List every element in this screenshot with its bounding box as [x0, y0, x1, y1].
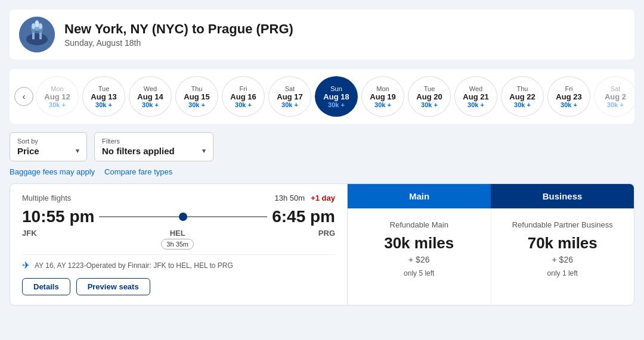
fare-fee-1: + $26 — [501, 255, 625, 264]
date-date-12: Aug 2 — [605, 92, 626, 101]
svg-point-1 — [26, 33, 48, 45]
date-price-11: 30k + — [561, 101, 577, 108]
date-day-12: Sat — [611, 85, 621, 92]
stop-info: HEL 3h 35m — [161, 229, 194, 249]
date-item-1[interactable]: Tue Aug 13 30k + — [82, 76, 125, 117]
date-day-4: Fri — [240, 85, 247, 92]
main-content: Multiple flights 13h 50m +1 day 10:55 pm… — [10, 183, 634, 305]
airline-text: AY 16, AY 1223-Operated by Finnair: JFK … — [35, 261, 233, 270]
date-price-8: 30k + — [421, 101, 438, 108]
chevron-left-icon: ‹ — [23, 92, 26, 101]
date-price-4: 30k + — [235, 101, 252, 108]
date-item-10[interactable]: Thu Aug 22 30k + — [501, 76, 544, 117]
airline-info: ✈ AY 16, AY 1223-Operated by Finnair: JF… — [22, 254, 335, 271]
date-price-6: 30k + — [328, 101, 345, 108]
date-item-4[interactable]: Fri Aug 16 30k + — [222, 76, 265, 117]
origin-airport: JFK — [22, 229, 37, 249]
date-price-7: 30k + — [374, 101, 391, 108]
date-price-10: 30k + — [514, 101, 531, 108]
date-price-1: 30k + — [95, 101, 112, 108]
sort-value-row: Price ▾ — [17, 146, 79, 156]
stop-dot — [179, 213, 187, 221]
sort-dropdown[interactable]: Sort by Price ▾ — [10, 132, 87, 161]
date-item-6[interactable]: Sun Aug 18 30k + — [315, 76, 358, 117]
baggage-fees-link[interactable]: Baggage fees may apply — [10, 167, 95, 176]
date-item-2[interactable]: Wed Aug 14 30k + — [129, 76, 172, 117]
flight-meta: Multiple flights 13h 50m +1 day — [22, 194, 335, 202]
date-price-9: 30k + — [467, 101, 484, 108]
svg-point-9 — [35, 20, 39, 27]
sort-chevron-icon: ▾ — [76, 147, 79, 155]
filter-chevron-icon: ▾ — [202, 147, 206, 155]
compare-fares-link[interactable]: Compare fare types — [104, 167, 172, 176]
date-price-2: 30k + — [142, 101, 159, 108]
depart-time: 10:55 pm — [22, 207, 94, 226]
date-price-12: 30k + — [607, 101, 624, 108]
date-item-11[interactable]: Fri Aug 23 30k + — [547, 76, 590, 117]
fare-columns: Main Business Refundable Main 30k miles … — [348, 184, 634, 305]
fare-fee-0: + $26 — [357, 255, 481, 264]
svg-point-7 — [32, 23, 35, 29]
date-price-3: 30k + — [188, 101, 205, 108]
date-price-5: 30k + — [281, 101, 298, 108]
filter-dropdown[interactable]: Filters No filters applied ▾ — [94, 132, 213, 161]
carousel-prev-btn[interactable]: ‹ — [14, 87, 33, 106]
sort-label: Sort by — [17, 138, 79, 145]
date-carousel: ‹ Mon Aug 12 30k + Tue Aug 13 30k + Wed … — [10, 69, 634, 124]
date-date-9: Aug 21 — [463, 92, 488, 101]
date-date-1: Aug 13 — [91, 92, 116, 101]
filter-value-row: No filters applied ▾ — [102, 146, 206, 156]
line-right — [187, 216, 267, 217]
filter-label: Filters — [102, 138, 206, 145]
date-item-3[interactable]: Thu Aug 15 30k + — [175, 76, 218, 117]
date-item-8[interactable]: Tue Aug 20 30k + — [408, 76, 451, 117]
date-date-0: Aug 12 — [44, 92, 70, 101]
date-items-list: Mon Aug 12 30k + Tue Aug 13 30k + Wed Au… — [36, 76, 634, 117]
destination-avatar — [19, 17, 55, 52]
date-day-2: Wed — [144, 85, 157, 92]
fare-avail-1: only 1 left — [501, 269, 625, 277]
details-button[interactable]: Details — [22, 278, 70, 295]
header-text-block: New York, NY (NYC) to Prague (PRG) Sunda… — [64, 21, 293, 48]
flight-times-row: 10:55 pm 6:45 pm — [22, 207, 335, 226]
date-date-2: Aug 14 — [137, 92, 163, 101]
date-date-4: Aug 16 — [230, 92, 256, 101]
date-item-12[interactable]: Sat Aug 2 30k + — [594, 76, 634, 117]
date-date-8: Aug 20 — [416, 92, 442, 101]
date-day-9: Wed — [469, 85, 482, 92]
filter-value: No filters applied — [102, 146, 175, 156]
stop-duration: 3h 35m — [161, 239, 194, 249]
line-left — [99, 216, 179, 217]
date-item-0[interactable]: Mon Aug 12 30k + — [36, 76, 79, 117]
date-day-3: Thu — [191, 85, 203, 92]
date-date-7: Aug 19 — [370, 92, 395, 101]
business-tab[interactable]: Business — [491, 184, 634, 208]
date-date-11: Aug 23 — [556, 92, 581, 101]
fare-miles-0: 30k miles — [357, 234, 481, 252]
airline-icon: ✈ — [22, 260, 30, 271]
multiple-flights-label: Multiple flights — [22, 194, 71, 202]
fare-miles-1: 70k miles — [501, 234, 625, 252]
date-date-3: Aug 15 — [184, 92, 209, 101]
date-day-6: Sun — [330, 85, 342, 92]
date-item-7[interactable]: Mon Aug 19 30k + — [361, 76, 404, 117]
stop-airport: HEL — [170, 229, 185, 238]
fare-name-1: Refundable Partner Business — [501, 220, 625, 229]
airports-row: JFK HEL 3h 35m PRG — [22, 229, 335, 249]
date-date-5: Aug 17 — [277, 92, 302, 101]
date-day-11: Fri — [565, 85, 573, 92]
controls-row: Sort by Price ▾ Filters No filters appli… — [10, 132, 634, 161]
date-day-1: Tue — [98, 85, 110, 92]
date-item-9[interactable]: Wed Aug 21 30k + — [454, 76, 497, 117]
date-day-5: Sat — [285, 85, 295, 92]
date-item-5[interactable]: Sat Aug 17 30k + — [268, 76, 311, 117]
main-tab[interactable]: Main — [348, 184, 491, 208]
card-actions: Details Preview seats — [22, 278, 335, 295]
fare-avail-0: only 5 left — [357, 269, 481, 277]
fare-option-0[interactable]: Refundable Main 30k miles + $26 only 5 l… — [348, 208, 491, 305]
flight-duration-info: 13h 50m +1 day — [275, 194, 335, 202]
action-links: Baggage fees may apply Compare fare type… — [10, 167, 634, 176]
fare-option-1[interactable]: Refundable Partner Business 70k miles + … — [491, 208, 634, 305]
flight-duration: 13h 50m — [275, 194, 305, 202]
preview-seats-button[interactable]: Preview seats — [76, 278, 150, 295]
